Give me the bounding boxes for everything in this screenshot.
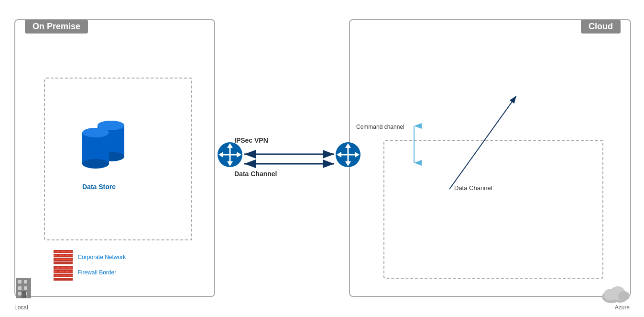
svg-rect-30 — [71, 271, 73, 272]
svg-rect-29 — [65, 271, 70, 272]
svg-rect-101 — [24, 280, 27, 283]
svg-rect-20 — [67, 259, 72, 260]
azure-vnet-box — [383, 140, 603, 279]
svg-rect-18 — [55, 259, 60, 260]
vpn-router-left — [217, 141, 243, 170]
azure-cloud-icon — [601, 283, 630, 306]
data-channel-right-label: Data Channel — [454, 184, 492, 192]
command-channel-label: Command channel — [356, 124, 404, 130]
building-icon — [15, 273, 32, 301]
firewall-area: Corporate Network Firewall Border — [54, 250, 126, 281]
data-channel-mid-label: Data Channel — [234, 170, 277, 178]
svg-rect-34 — [67, 275, 72, 276]
vpn-router-right — [335, 141, 361, 170]
data-store-label: Data Store — [68, 183, 130, 191]
local-label: Local — [14, 304, 28, 311]
svg-rect-103 — [24, 286, 27, 290]
svg-point-6 — [82, 159, 109, 169]
svg-rect-106 — [22, 291, 26, 298]
svg-rect-35 — [54, 278, 73, 281]
firewall-border-label: Firewall Border — [77, 269, 116, 276]
svg-rect-24 — [61, 267, 66, 269]
ipsec-vpn-label: IPSec VPN — [234, 136, 268, 144]
svg-rect-28 — [59, 271, 64, 272]
svg-rect-32 — [55, 275, 60, 276]
svg-rect-10 — [61, 251, 66, 252]
svg-rect-9 — [55, 251, 60, 252]
svg-rect-21 — [54, 261, 73, 264]
data-store-icon — [77, 111, 130, 175]
svg-rect-102 — [18, 286, 22, 290]
svg-rect-27 — [54, 271, 57, 272]
svg-rect-23 — [55, 267, 60, 269]
cloud-box: Cloud — [349, 19, 631, 297]
diagram-container: On Premise Data Store — [0, 0, 644, 317]
svg-rect-104 — [18, 292, 22, 295]
cloud-label: Cloud — [581, 20, 621, 34]
on-premise-box: On Premise Data Store — [14, 19, 215, 297]
svg-rect-15 — [65, 255, 70, 256]
svg-rect-33 — [61, 275, 66, 276]
svg-point-7 — [82, 128, 109, 137]
svg-rect-16 — [71, 255, 73, 256]
svg-point-111 — [618, 291, 630, 301]
corporate-network-label: Corporate Network — [77, 254, 126, 260]
svg-rect-14 — [59, 255, 64, 256]
svg-rect-13 — [54, 255, 57, 256]
svg-rect-19 — [61, 259, 66, 260]
on-premise-label: On Premise — [25, 20, 88, 34]
svg-rect-25 — [67, 267, 72, 269]
svg-rect-11 — [67, 251, 72, 252]
azure-label: Azure — [615, 304, 630, 311]
svg-rect-100 — [18, 280, 22, 283]
